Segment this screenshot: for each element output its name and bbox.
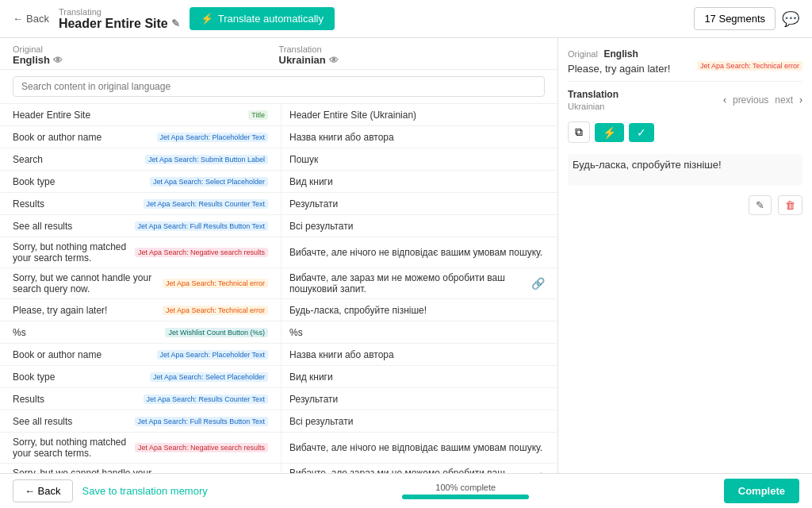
back-label: Back	[26, 13, 49, 25]
row-tag: Jet Apa Search: Placeholder Text	[157, 133, 268, 142]
original-text: Please, try again later!	[13, 305, 159, 316]
translation-text: Пошук	[289, 154, 318, 165]
table-row[interactable]: Sorry, but we cannot handle your search …	[0, 464, 557, 473]
translation-text: Всі результати	[289, 416, 353, 427]
rp-original-tag: Jet Apa Search: Technical error	[697, 61, 802, 71]
progress-label: 100% complete	[435, 483, 496, 492]
table-area: Header Entire SiteTitleHeader Entire Sit…	[0, 104, 557, 473]
row-tag: Jet Apa Search: Negative search results	[135, 248, 268, 257]
rp-original-label: Original	[568, 49, 598, 59]
row-tag: Jet Apa Search: Select Placeholder	[150, 177, 268, 187]
row-tag: Title	[248, 110, 268, 120]
table-row[interactable]: SearchJet Apa Search: Submit Button Labe…	[0, 148, 557, 171]
row-tag: Jet Apa Search: Results Counter Text	[144, 199, 268, 209]
translating-info: Translating Header Entire Site ✎	[59, 7, 180, 31]
table-row[interactable]: See all resultsJet Apa Search: Full Resu…	[0, 410, 557, 433]
progress-bar-wrap	[402, 495, 529, 499]
back-button[interactable]: ← Back	[13, 13, 49, 25]
translation-text: Всі результати	[289, 221, 353, 232]
translation-text: Вибачте, але нічого не відповідає вашим …	[289, 442, 542, 453]
row-tag: Jet Apa Search: Full Results Button Text	[135, 221, 268, 231]
translation-text: Назва книги або автора	[289, 349, 394, 360]
progress-bar-fill	[402, 495, 529, 499]
right-panel: Original English Please, try again later…	[558, 38, 812, 473]
rp-action-row: ✎ 🗑	[568, 195, 802, 215]
bottom-back-button[interactable]: ← Back	[13, 479, 73, 502]
next-arrow[interactable]: ›	[799, 94, 802, 106]
rp-nav: ‹ previous next ›	[723, 94, 802, 106]
translation-text: Вибачте, але нічого не відповідає вашим …	[289, 247, 542, 258]
top-bar-left: ← Back Translating Header Entire Site ✎ …	[13, 7, 335, 31]
original-lang-col: Original English 👁	[13, 44, 279, 66]
original-text: Book or author name	[13, 349, 154, 360]
top-bar-right: 17 Segments 💬	[694, 7, 799, 30]
rp-original-section: Original English Please, try again later…	[568, 48, 802, 75]
original-text: Book type	[13, 371, 147, 383]
rp-translation-header: Translation Ukrainian ‹ previous next ›	[568, 88, 802, 112]
save-translation-memory-link[interactable]: Save to translation memory	[82, 485, 208, 497]
link-icon: 🔗	[531, 472, 545, 473]
rp-copy-button[interactable]: ⧉	[568, 121, 590, 143]
original-lang-icon[interactable]: 👁	[53, 55, 63, 66]
original-text: See all results	[13, 416, 132, 427]
table-row[interactable]: Header Entire SiteTitleHeader Entire Sit…	[0, 104, 557, 126]
table-row[interactable]: See all resultsJet Apa Search: Full Resu…	[0, 215, 557, 237]
table-row[interactable]: Sorry, but nothing matched your search t…	[0, 433, 557, 464]
table-row[interactable]: ResultsJet Apa Search: Results Counter T…	[0, 193, 557, 215]
prev-label: previous	[733, 94, 768, 106]
translation-lang-col: Translation Ukrainian 👁	[279, 44, 546, 66]
row-tag: Jet Apa Search: Select Placeholder	[150, 372, 268, 382]
original-text: See all results	[13, 221, 132, 232]
next-label: next	[775, 94, 793, 106]
row-tag: Jet Apa Search: Results Counter Text	[144, 394, 268, 404]
original-text: Sorry, but we cannot handle your search …	[13, 272, 159, 294]
table-row[interactable]: Book or author nameJet Apa Search: Place…	[0, 344, 557, 366]
row-tag: Jet Apa Search: Technical error	[163, 279, 268, 288]
table-row[interactable]: Book typeJet Apa Search: Select Placehol…	[0, 171, 557, 193]
table-row[interactable]: Sorry, but we cannot handle your search …	[0, 268, 557, 299]
row-tag: Jet Apa Search: Full Results Button Text	[135, 417, 268, 426]
rp-delete-button[interactable]: 🗑	[778, 195, 802, 215]
link-icon: 🔗	[531, 277, 545, 290]
lightning-icon: ⚡	[201, 13, 213, 25]
translation-text: %s	[289, 327, 303, 338]
table-row[interactable]: Book or author nameJet Apa Search: Place…	[0, 126, 557, 148]
table-row[interactable]: Book typeJet Apa Search: Select Placehol…	[0, 366, 557, 388]
rp-check-button[interactable]: ✓	[629, 123, 654, 142]
original-lang-name: English 👁	[13, 54, 279, 66]
table-row[interactable]: Please, try again later!Jet Apa Search: …	[0, 299, 557, 321]
search-input[interactable]	[13, 76, 545, 97]
translation-text: Будь-ласка, спробуйте пізніше!	[289, 305, 427, 316]
rp-edit-button[interactable]: ✎	[749, 195, 772, 215]
translation-lang-icon[interactable]: 👁	[329, 55, 339, 66]
back-arrow-icon: ←	[13, 13, 23, 25]
segments-button[interactable]: 17 Segments	[694, 7, 776, 30]
rp-original-lang: English	[604, 48, 638, 60]
original-text: Sorry, but we cannot handle your search …	[13, 468, 159, 473]
original-label: Original	[13, 44, 279, 54]
translation-text: Результати	[289, 394, 338, 405]
main-area: Original English 👁 Translation Ukrainian…	[0, 38, 812, 473]
row-tag: Jet Apa Search: Placeholder Text	[157, 350, 268, 360]
original-text: Book or author name	[13, 132, 154, 143]
table-row[interactable]: Sorry, but nothing matched your search t…	[0, 237, 557, 268]
original-text: Book type	[13, 176, 147, 187]
left-panel: Original English 👁 Translation Ukrainian…	[0, 38, 558, 473]
original-text: Sorry, but nothing matched your search t…	[13, 241, 132, 264]
prev-arrow[interactable]: ‹	[723, 94, 726, 106]
table-row[interactable]: ResultsJet Apa Search: Results Counter T…	[0, 388, 557, 410]
rp-copy-row: ⧉ ⚡ ✓	[568, 121, 802, 143]
translating-label: Translating	[59, 7, 180, 17]
translation-label: Translation	[279, 44, 546, 54]
original-text: Sorry, but nothing matched your search t…	[13, 437, 132, 459]
rp-flash-button[interactable]: ⚡	[595, 123, 624, 142]
translate-automatically-button[interactable]: ⚡ Translate automatically	[190, 7, 335, 30]
rp-divider	[568, 81, 802, 82]
complete-button[interactable]: Complete	[724, 479, 799, 503]
original-text: Header Entire Site	[13, 110, 245, 121]
edit-icon[interactable]: ✎	[171, 17, 180, 29]
table-row[interactable]: %sJet Wishlist Count Button (%s)%s	[0, 321, 557, 344]
original-text: %s	[13, 327, 162, 338]
chat-icon-button[interactable]: 💬	[782, 10, 799, 28]
rp-translated-text: Будь-ласка, спробуйте пізніше!	[568, 154, 802, 186]
